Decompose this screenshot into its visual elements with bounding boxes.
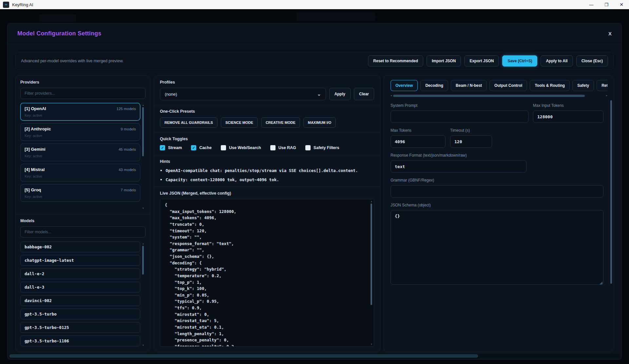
scroll-up-icon[interactable]: ▲ <box>142 242 145 245</box>
preset-maximum-io-button[interactable]: MAXIMUM I/O <box>303 117 336 128</box>
grammar-label: Grammar (GBNF/Regex) <box>391 178 603 182</box>
model-item[interactable]: babbage-002 <box>20 241 140 252</box>
quick-toggles-section: Quick Toggles ✓ Stream ✓ Cache ✓ Use Web <box>154 132 380 155</box>
scroll-up-icon[interactable]: ▲ <box>142 104 145 106</box>
model-item[interactable]: gpt-3.5-turbo-1106 <box>20 335 140 346</box>
checkbox-icon[interactable]: ✓ <box>305 145 311 150</box>
model-item[interactable]: chatgpt-image-latest <box>20 255 140 266</box>
provider-item-anthropic[interactable]: [2] Anthropic9 models Key: active <box>20 123 140 141</box>
tab-overview[interactable]: Overview <box>391 80 418 91</box>
provider-item-mistral[interactable]: [4] Mistral43 models Key: active <box>20 164 140 182</box>
close-esc-button[interactable]: Close (Esc) <box>576 55 608 67</box>
toggle-cache[interactable]: ✓ Cache <box>191 145 212 150</box>
app-window: ∞ KeyRing AI — ❐ ✕ Model Configuration S… <box>0 0 629 364</box>
live-json-scrollbar[interactable]: ▲ ▼ <box>370 200 373 346</box>
max-input-tokens-input[interactable] <box>533 110 603 123</box>
tab-retrieval-rag[interactable]: Retrieval / RAG <box>597 80 607 91</box>
provider-item-gemini[interactable]: [3] Gemini45 models Key: active <box>20 144 140 161</box>
model-item[interactable]: davinci-002 <box>20 295 140 306</box>
scroll-right-icon[interactable]: ▸ <box>606 94 607 97</box>
provider-model-count: 43 models <box>119 168 136 172</box>
models-filter-input[interactable] <box>20 226 145 238</box>
scrollbar-thumb[interactable] <box>371 203 372 305</box>
tab-output-control[interactable]: Output Control <box>489 80 527 91</box>
apply-to-all-button[interactable]: Apply to All <box>541 55 573 67</box>
system-prompt-input[interactable] <box>391 110 528 123</box>
scrollbar-thumb[interactable] <box>610 100 612 284</box>
timeout-input[interactable] <box>450 135 492 148</box>
resize-grip-icon[interactable] <box>600 281 602 284</box>
settings-panel-scrollbar[interactable] <box>610 97 613 348</box>
provider-item-openai[interactable]: [1] OpenAI125 models Key: active <box>20 103 140 121</box>
scroll-left-icon[interactable]: ◂ <box>391 94 392 97</box>
scroll-down-icon[interactable]: ▼ <box>142 207 145 210</box>
model-item[interactable]: dall-e-2 <box>20 268 140 279</box>
scrollbar-thumb[interactable] <box>142 107 144 156</box>
close-window-button[interactable]: ✕ <box>614 0 629 9</box>
response-format-input[interactable] <box>391 160 526 173</box>
import-json-button[interactable]: Import JSON <box>427 55 461 67</box>
provider-key-status: Key: active <box>25 195 136 199</box>
providers-models-panel: Providers [1] OpenAI125 models Key: acti… <box>15 75 150 352</box>
model-item[interactable]: gpt-3.5-turbo-0125 <box>20 322 140 333</box>
hints-header: Hints <box>160 159 374 164</box>
models-list: babbage-002 chatgpt-image-latest dall-e-… <box>20 241 145 347</box>
modal-horizontal-scrollbar[interactable] <box>9 354 620 358</box>
preset-science-mode-button[interactable]: SCIENCE MODE <box>221 117 258 128</box>
models-scrollbar[interactable]: ▲ ▼ <box>142 242 145 347</box>
restore-button[interactable]: ❐ <box>599 0 614 9</box>
json-schema-textarea[interactable]: {} <box>391 210 603 285</box>
providers-scrollbar[interactable]: ▲ ▼ <box>142 104 145 210</box>
tabs-scrollbar[interactable]: ◂ ▸ <box>393 94 605 97</box>
live-json-viewer[interactable]: { "max_input_tokens": 128000, "max_token… <box>160 199 374 347</box>
toggle-stream[interactable]: ✓ Stream <box>160 145 182 150</box>
presets-section: One-Click Presets REMOVE ALL GUARDRAILS … <box>154 105 380 132</box>
quick-toggles-header: Quick Toggles <box>160 137 374 141</box>
toolbar-actions: Reset to Recommended Import JSON Export … <box>368 55 608 67</box>
tab-beam-nbest[interactable]: Beam / N-best <box>451 80 487 91</box>
minimize-button[interactable]: — <box>584 0 599 9</box>
model-item[interactable]: gpt-3.5-turbo <box>20 309 140 319</box>
modal-header: Model Configuration Settings X <box>8 23 621 44</box>
modal-toolbar: Advanced per-model overrides with live m… <box>15 52 614 70</box>
scroll-up-icon[interactable]: ▲ <box>370 200 373 203</box>
provider-model-count: 45 models <box>119 147 136 151</box>
tab-decoding[interactable]: Decoding <box>420 80 448 91</box>
preset-creative-mode-button[interactable]: CREATIVE MODE <box>261 117 300 128</box>
modal-close-button[interactable]: X <box>608 31 612 36</box>
model-item[interactable]: dall-e-3 <box>20 282 140 293</box>
tab-safety[interactable]: Safety <box>572 80 594 91</box>
live-json-header: Live JSON (Merged, effective config) <box>160 191 374 196</box>
scrollbar-thumb[interactable] <box>142 246 144 275</box>
grammar-input[interactable] <box>391 185 603 198</box>
live-json-section: Live JSON (Merged, effective config) { "… <box>154 187 380 347</box>
checkbox-icon[interactable]: ✓ <box>221 145 226 150</box>
save-button[interactable]: Save (Ctrl+S) <box>502 55 537 67</box>
scrollbar-thumb[interactable] <box>10 354 478 357</box>
tab-tools-routing[interactable]: Tools & Routing <box>530 80 570 91</box>
preset-remove-guardrails-button[interactable]: REMOVE ALL GUARDRAILS <box>160 117 218 128</box>
providers-list: [1] OpenAI125 models Key: active [2] Ant… <box>20 103 145 210</box>
scroll-down-icon[interactable]: ▼ <box>370 343 373 346</box>
reset-to-recommended-button[interactable]: Reset to Recommended <box>368 55 423 67</box>
profile-apply-button[interactable]: Apply <box>329 88 351 100</box>
toggle-web-search[interactable]: ✓ Use Web/Search <box>221 145 261 150</box>
checkbox-icon[interactable]: ✓ <box>191 145 196 150</box>
profile-clear-button[interactable]: Clear <box>354 88 374 100</box>
checkbox-icon[interactable]: ✓ <box>270 145 276 150</box>
response-format-label: Response Format (text/json/markdown/raw) <box>391 153 603 158</box>
profiles-select[interactable]: (none) ⌄ <box>160 88 326 100</box>
export-json-button[interactable]: Export JSON <box>464 55 499 67</box>
checkbox-icon[interactable]: ✓ <box>160 145 165 150</box>
scrollbar-thumb[interactable] <box>393 95 585 97</box>
toggle-use-rag[interactable]: ✓ Use RAG <box>270 145 296 150</box>
toggle-safety-filters[interactable]: ✓ Safety Filters <box>305 145 339 150</box>
profiles-row: (none) ⌄ Apply Clear <box>160 88 374 100</box>
modal-title: Model Configuration Settings <box>17 30 102 37</box>
provider-item-groq[interactable]: [5] Groq7 models Key: active <box>20 184 140 202</box>
settings-panel: Overview Decoding Beam / N-best Output C… <box>384 75 614 352</box>
scroll-down-icon[interactable]: ▼ <box>142 344 145 347</box>
providers-filter-input[interactable] <box>20 88 145 99</box>
provider-key-status: Key: active <box>25 174 136 178</box>
max-tokens-input[interactable] <box>391 135 446 148</box>
